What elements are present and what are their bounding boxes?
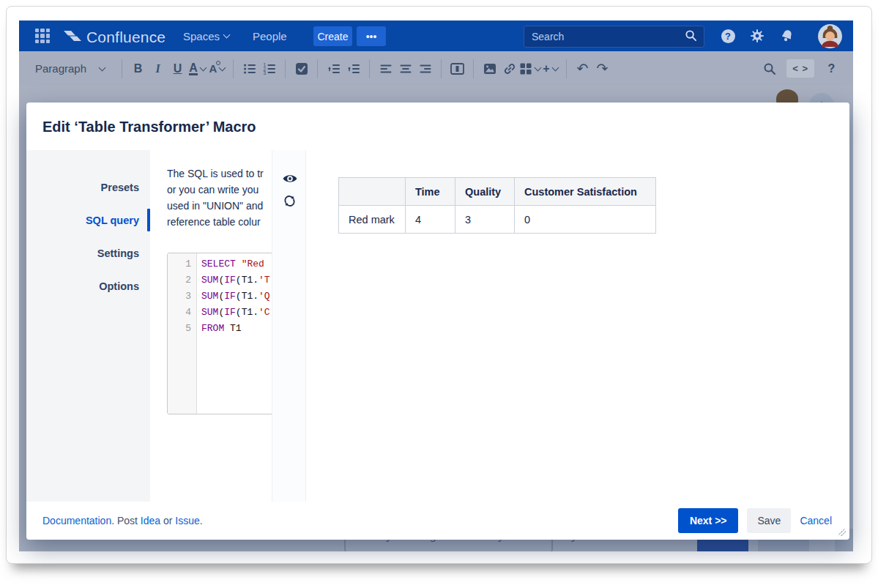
preview-header-cell: Customer Satisfaction	[515, 178, 656, 206]
resize-grip-icon[interactable]	[838, 529, 846, 536]
notification-icon[interactable]	[777, 21, 796, 51]
preview-cell: Red mark	[339, 206, 406, 234]
confluence-logo[interactable]: Confluence	[63, 28, 165, 47]
documentation-link[interactable]: Documentation	[42, 515, 111, 526]
avatar[interactable]	[816, 21, 843, 51]
align-center-icon[interactable]	[395, 58, 415, 80]
toolbar-divider	[233, 59, 234, 78]
code-line: FROM T1	[201, 321, 270, 337]
code-line: SUM(IF(T1.'C	[201, 305, 270, 321]
editor-toolbar: Paragraph BIUAA123+↶↷ < >?	[19, 51, 853, 86]
line-number: 4	[168, 305, 191, 321]
source-editor-glyph: < >	[786, 59, 814, 78]
confluence-logo-icon	[63, 28, 82, 47]
more-text-styles-button[interactable]: A	[207, 58, 227, 80]
save-button[interactable]: Save	[747, 508, 791, 533]
search-icon[interactable]	[685, 29, 704, 45]
underline-glyph: U	[174, 62, 182, 75]
align-right-icon[interactable]	[415, 58, 435, 80]
task-list-icon[interactable]	[291, 58, 311, 80]
dialog-tab-settings[interactable]: Settings	[26, 237, 150, 269]
line-number: 3	[168, 289, 191, 305]
toolbar-divider	[369, 59, 370, 78]
create-more-button[interactable]: •••	[357, 26, 386, 46]
dialog-title: Edit ‘Table Transformer’ Macro	[42, 103, 256, 151]
cancel-button[interactable]: Cancel	[800, 515, 832, 526]
code-line: SUM(IF(T1.'Q	[201, 289, 270, 305]
preview-header-cell	[339, 178, 406, 206]
nav-spaces[interactable]: Spaces	[183, 21, 229, 51]
insert-more-glyph: +	[543, 62, 549, 75]
align-left-icon[interactable]	[376, 58, 395, 80]
gear-icon[interactable]	[748, 21, 767, 51]
search-input[interactable]	[524, 31, 685, 42]
description-line: used in "UNION" and	[167, 198, 272, 214]
toolbar-divider	[285, 59, 286, 78]
table-transformer-dialog: Edit ‘Table Transformer’ Macro PresetsSQ…	[26, 103, 849, 540]
source-editor-button[interactable]: < >	[786, 58, 814, 80]
nav-people[interactable]: People	[253, 21, 287, 51]
chevron-down-icon	[99, 64, 106, 71]
issue-link[interactable]: Issue	[175, 515, 199, 526]
confluence-navbar: Confluence Spaces People Create ••• ?	[19, 21, 853, 51]
redo-button[interactable]: ↷	[592, 58, 612, 80]
chevron-down-icon	[199, 64, 207, 71]
chevron-down-icon	[219, 64, 226, 71]
find-replace-icon[interactable]	[759, 58, 779, 80]
dialog-header: Edit ‘Table Transformer’ Macro	[26, 103, 849, 150]
refresh-icon[interactable]	[272, 190, 307, 212]
insert-image-icon[interactable]	[480, 58, 499, 80]
global-search	[524, 26, 704, 48]
eye-icon[interactable]	[272, 168, 307, 190]
preview-header-cell: Time	[406, 178, 455, 206]
help-icon[interactable]: ?	[718, 21, 737, 51]
insert-link-icon[interactable]	[499, 58, 519, 80]
dialog-tab-options[interactable]: Options	[26, 269, 150, 302]
editor-help-glyph: ?	[828, 62, 836, 75]
undo-button[interactable]: ↶	[573, 58, 592, 80]
dialog-tab-presets[interactable]: Presets	[26, 171, 150, 204]
numbered-list-icon[interactable]: 123	[259, 58, 279, 80]
logo-text: Confluence	[86, 29, 165, 46]
outdent-icon[interactable]	[324, 58, 343, 80]
toolbar-divider	[441, 59, 442, 78]
editor-help-button[interactable]: ?	[822, 58, 841, 80]
toolbar-divider	[317, 59, 318, 78]
dialog-sidebar: PresetsSQL querySettingsOptions	[26, 150, 150, 502]
sql-description: The SQL is used to tror you can write yo…	[150, 150, 272, 230]
bold-button[interactable]: B	[128, 58, 148, 80]
dialog-tab-sql-query[interactable]: SQL query	[26, 204, 150, 237]
underline-button[interactable]: U	[168, 58, 187, 80]
dialog-footer: Documentation. Post Idea or Issue. Next …	[26, 502, 849, 540]
text-color-button[interactable]: A	[187, 58, 207, 80]
paragraph-style-dropdown[interactable]: Paragraph	[35, 58, 116, 80]
sql-panel: The SQL is used to tror you can write yo…	[150, 150, 272, 502]
chevron-down-icon	[551, 64, 559, 71]
code-lines: SELECT "Red SUM(IF(T1.'TSUM(IF(T1.'QSUM(…	[197, 253, 270, 414]
tab-label: SQL query	[86, 215, 139, 226]
code-line: SUM(IF(T1.'T	[201, 272, 270, 289]
bullet-list-icon[interactable]	[239, 58, 259, 80]
footer-links: Documentation. Post Idea or Issue.	[42, 502, 203, 540]
footer-text: or	[160, 515, 175, 526]
preview-header-cell: Quality	[455, 178, 515, 206]
sql-code-editor[interactable]: 12345 SELECT "Red SUM(IF(T1.'TSUM(IF(T1.…	[167, 253, 272, 414]
next-button[interactable]: Next >>	[678, 508, 739, 533]
table-preview-area: TimeQualityCustomer SatisfactionRed mark…	[306, 150, 849, 502]
tab-label: Settings	[97, 248, 139, 259]
svg-text:3: 3	[263, 70, 266, 75]
insert-table-icon[interactable]	[519, 58, 540, 80]
footer-text: .	[200, 515, 203, 526]
insert-more-button[interactable]: +	[540, 58, 560, 80]
toolbar-divider	[566, 59, 567, 78]
idea-link[interactable]: Idea	[141, 515, 160, 526]
bold-glyph: B	[134, 62, 143, 75]
italic-button[interactable]: I	[148, 58, 168, 80]
page-layout-icon[interactable]	[447, 58, 467, 80]
app-switcher-icon[interactable]	[35, 29, 50, 43]
toolbar-divider	[473, 59, 474, 78]
create-button[interactable]: Create	[313, 26, 352, 46]
indent-icon[interactable]	[343, 58, 363, 80]
undo-glyph: ↶	[577, 60, 589, 77]
line-number: 1	[168, 256, 191, 272]
